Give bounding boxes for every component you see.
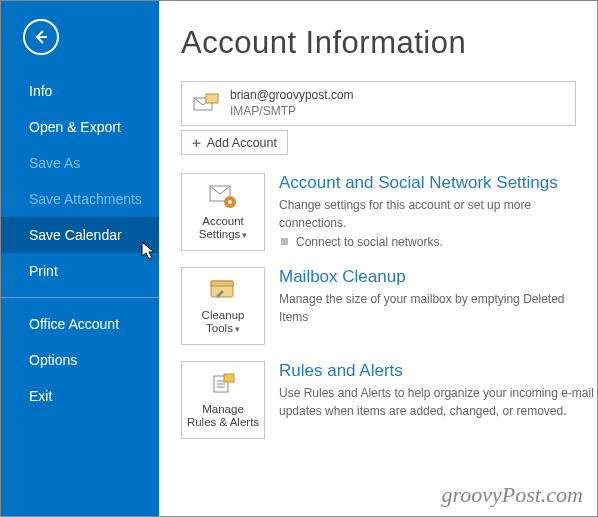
mail-account-icon: [192, 92, 220, 116]
add-account-button[interactable]: + Add Account: [181, 130, 288, 155]
svg-point-4: [228, 200, 232, 204]
account-email: brian@groovypost.com: [230, 88, 354, 104]
sidebar-item-save-calendar[interactable]: Save Calendar: [1, 217, 159, 253]
card-title-social: Account and Social Network Settings: [279, 173, 597, 193]
svg-rect-1: [206, 94, 218, 103]
sidebar-item-open-export[interactable]: Open & Export: [1, 109, 159, 145]
account-selector[interactable]: brian@groovypost.com IMAP/SMTP: [181, 81, 576, 126]
add-account-label: Add Account: [207, 136, 277, 150]
svg-rect-6: [211, 281, 233, 286]
bullet-connect-social[interactable]: Connect to social networks.: [279, 235, 597, 249]
account-settings-icon: [207, 183, 239, 211]
card-mailbox-cleanup: Cleanup Tools▾ Mailbox Cleanup Manage th…: [181, 267, 597, 345]
page-title: Account Information: [181, 25, 597, 61]
card-rules-alerts: Manage Rules & Alerts Rules and Alerts U…: [181, 361, 597, 439]
card-desc-cleanup: Manage the size of your mailbox by empty…: [279, 291, 597, 326]
rules-alerts-icon: [207, 371, 239, 399]
tile-label: Account Settings: [199, 215, 244, 240]
tile-manage-rules[interactable]: Manage Rules & Alerts: [181, 361, 265, 439]
sidebar-item-office-account[interactable]: Office Account: [1, 306, 159, 342]
tile-account-settings[interactable]: Account Settings▾: [181, 173, 265, 251]
card-title-cleanup: Mailbox Cleanup: [279, 267, 597, 287]
bullet-text: Connect to social networks.: [296, 235, 443, 249]
card-desc-social: Change settings for this account or set …: [279, 197, 597, 232]
chevron-down-icon: ▾: [242, 230, 247, 240]
content-pane: Account Information brian@groovypost.com…: [159, 1, 597, 516]
backstage-sidebar: Info Open & Export Save As Save Attachme…: [1, 1, 159, 516]
sidebar-item-info[interactable]: Info: [1, 73, 159, 109]
chevron-down-icon: ▾: [235, 324, 240, 334]
sidebar-separator: [1, 297, 159, 298]
bullet-icon: [281, 238, 288, 245]
back-button[interactable]: [23, 19, 59, 55]
sidebar-item-exit[interactable]: Exit: [1, 378, 159, 414]
sidebar-item-print[interactable]: Print: [1, 253, 159, 289]
cleanup-tools-icon: [207, 277, 239, 305]
arrow-left-icon: [32, 28, 50, 46]
tile-label: Manage Rules & Alerts: [186, 403, 260, 429]
account-protocol: IMAP/SMTP: [230, 104, 354, 120]
sidebar-item-options[interactable]: Options: [1, 342, 159, 378]
card-account-settings: Account Settings▾ Account and Social Net…: [181, 173, 597, 251]
tile-cleanup-tools[interactable]: Cleanup Tools▾: [181, 267, 265, 345]
svg-rect-8: [224, 374, 234, 382]
card-desc-rules: Use Rules and Alerts to help organize yo…: [279, 385, 597, 420]
plus-icon: +: [192, 135, 201, 150]
sidebar-item-save-as: Save As: [1, 145, 159, 181]
sidebar-item-save-attachments: Save Attachments: [1, 181, 159, 217]
card-title-rules: Rules and Alerts: [279, 361, 597, 381]
